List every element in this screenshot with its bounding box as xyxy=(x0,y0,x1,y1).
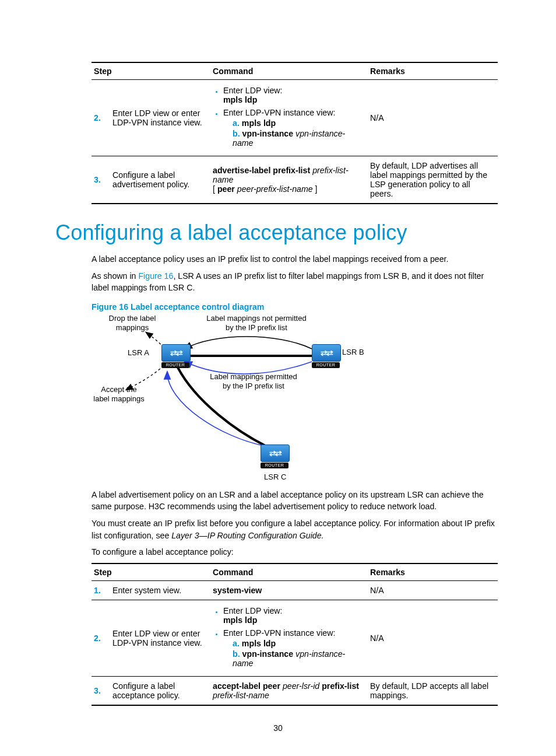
step-remarks: N/A xyxy=(368,80,498,156)
step-command: Enter LDP view: mpls ldp Enter LDP-VPN i… xyxy=(210,80,368,156)
step-command: Enter LDP view: mpls ldp Enter LDP-VPN i… xyxy=(210,600,368,676)
label-lsrb: LSR B xyxy=(342,348,364,357)
table-row: 2. Enter LDP view or enter LDP-VPN insta… xyxy=(92,80,498,156)
table-row: 3. Configure a label acceptance policy. … xyxy=(92,676,498,705)
page-content: Step Command Remarks 2. Enter LDP view o… xyxy=(0,0,556,741)
step-number: 1. xyxy=(94,586,104,595)
th-step: Step xyxy=(92,62,210,80)
router-icon: ⇄⇄ ROUTER xyxy=(261,444,288,468)
list-item: Enter LDP view: mpls ldp xyxy=(223,606,364,625)
step-remarks: N/A xyxy=(368,580,498,600)
th-step: Step xyxy=(92,564,210,581)
paragraph: As shown in Figure 16, LSR A uses an IP … xyxy=(55,270,501,294)
step-desc: Enter system view. xyxy=(110,580,210,600)
step-command: advertise-label prefix-list prefix-list-… xyxy=(210,156,368,204)
paragraph: To configure a label acceptance policy: xyxy=(55,546,501,558)
list-item: b.vpn-instance vpn-instance-name xyxy=(233,649,364,668)
list-item: a.mpls ldp xyxy=(233,118,364,128)
step-desc: Configure a label advertisement policy. xyxy=(110,156,210,204)
step-number: 2. xyxy=(94,113,104,123)
step-desc: Enter LDP view or enter LDP-VPN instance… xyxy=(110,80,210,156)
step-desc: Enter LDP view or enter LDP-VPN instance… xyxy=(110,600,210,676)
list-item: b.vpn-instance vpn-instance-name xyxy=(233,129,364,148)
step-remarks: By default, LDP accepts all label mappin… xyxy=(368,676,498,705)
step-remarks: By default, LDP advertises all label map… xyxy=(368,156,498,204)
list-item: a.mpls ldp xyxy=(233,639,364,648)
list-item: Enter LDP-VPN instance view: a.mpls ldp … xyxy=(223,628,364,668)
table-row: 1. Enter system view. system-view N/A xyxy=(92,580,498,600)
th-command: Command xyxy=(210,62,368,80)
step-command: system-view xyxy=(210,580,368,600)
paragraph: A label advertisement policy on an LSR a… xyxy=(55,489,501,513)
label-not-permitted: Label mappings not permittedby the IP pr… xyxy=(195,314,318,333)
figure-link[interactable]: Figure 16 xyxy=(138,271,173,281)
th-remarks: Remarks xyxy=(368,62,498,80)
label-permitted: Label mappings permittedby the IP prefix… xyxy=(195,372,312,391)
label-lsra: LSR A xyxy=(128,348,149,358)
step-remarks: N/A xyxy=(368,600,498,676)
step-number: 3. xyxy=(94,175,104,184)
table-header-row: Step Command Remarks xyxy=(92,62,498,80)
table-row: 2. Enter LDP view or enter LDP-VPN insta… xyxy=(92,600,498,676)
label-drop: Drop the labelmappings xyxy=(97,314,167,333)
label-acceptance-diagram: Drop the labelmappings Label mappings no… xyxy=(92,315,409,484)
label-lsrc: LSR C xyxy=(264,473,286,482)
table-advertise: Step Command Remarks 2. Enter LDP view o… xyxy=(92,62,498,204)
list-item: Enter LDP view: mpls ldp xyxy=(223,86,364,104)
section-heading: Configuring a label acceptance policy xyxy=(55,220,501,245)
page-number: 30 xyxy=(0,723,556,733)
step-command: accept-label peer peer-lsr-id prefix-lis… xyxy=(210,676,368,705)
step-number: 3. xyxy=(94,686,104,695)
step-number: 2. xyxy=(94,634,104,643)
paragraph: You must create an IP prefix list before… xyxy=(55,517,501,541)
step-desc: Configure a label acceptance policy. xyxy=(110,676,210,705)
router-icon: ⇄⇄ ROUTER xyxy=(312,344,340,368)
th-command: Command xyxy=(210,564,368,581)
router-icon: ⇄⇄ ROUTER xyxy=(161,344,189,368)
figure-caption: Figure 16 Label acceptance control diagr… xyxy=(55,302,501,312)
list-item: Enter LDP-VPN instance view: a.mpls ldp … xyxy=(223,108,364,148)
table-header-row: Step Command Remarks xyxy=(92,564,498,581)
th-remarks: Remarks xyxy=(368,564,498,581)
table-accept: Step Command Remarks 1. Enter system vie… xyxy=(92,563,498,706)
label-accept: Accept thelabel mappings xyxy=(87,385,151,404)
paragraph: A label acceptance policy uses an IP pre… xyxy=(55,253,501,265)
table-row: 3. Configure a label advertisement polic… xyxy=(92,156,498,204)
